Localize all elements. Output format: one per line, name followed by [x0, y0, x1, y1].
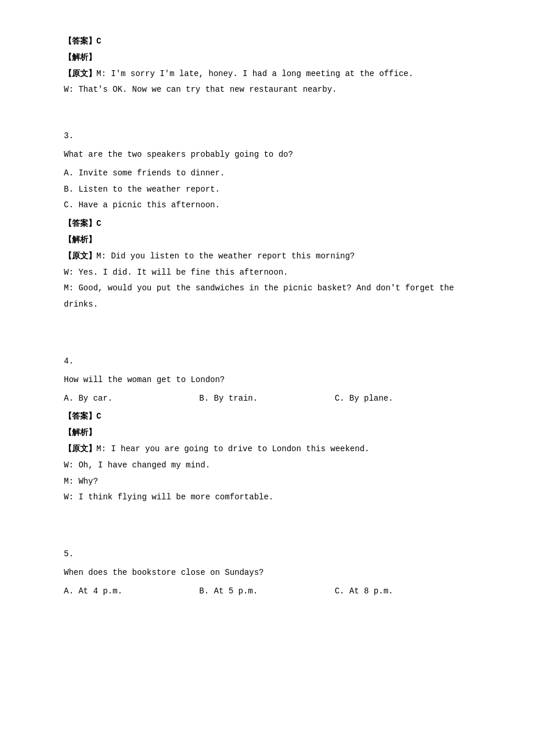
- dialogue-line-3-4: drinks.: [64, 298, 470, 312]
- dialogue-line-3-1: 【原文】M: Did you listen to the weather rep…: [64, 250, 470, 264]
- question-section-5: 5. When does the bookstore close on Sund…: [64, 548, 470, 598]
- options-inline-4: A. By car. B. By train. C. By plane.: [64, 392, 470, 406]
- dialogue-line-4-2: W: Oh, I have changed my mind.: [64, 459, 470, 473]
- question-text-4: How will the woman get to London?: [64, 373, 470, 387]
- option-3-a: A. Invite some friends to dinner.: [64, 167, 470, 181]
- analysis-label-4: 【解析】: [64, 426, 470, 440]
- option-5-c: C. At 8 p.m.: [335, 585, 470, 599]
- question-section-4: 4. How will the woman get to London? A. …: [64, 355, 470, 505]
- options-inline-5: A. At 4 p.m. B. At 5 p.m. C. At 8 p.m.: [64, 585, 470, 599]
- question-text-5: When does the bookstore close on Sundays…: [64, 566, 470, 580]
- answer-label-3: 【答案】C: [64, 217, 470, 231]
- option-4-c: C. By plane.: [335, 392, 470, 406]
- question-number-3: 3.: [64, 129, 470, 143]
- question-number-5: 5.: [64, 548, 470, 561]
- answer-label-2: 【答案】C: [64, 35, 470, 49]
- analysis-label-3: 【解析】: [64, 233, 470, 247]
- analysis-label-2: 【解析】: [64, 51, 470, 65]
- dialogue-line-3-3: M: Good, would you put the sandwiches in…: [64, 282, 470, 296]
- question-text-3: What are the two speakers probably going…: [64, 148, 470, 162]
- option-3-b: B. Listen to the weather report.: [64, 183, 470, 197]
- option-3-c: C. Have a picnic this afternoon.: [64, 199, 470, 213]
- dialogue-line-3-2: W: Yes. I did. It will be fine this afte…: [64, 266, 470, 280]
- dialogue-line-4-4: W: I think flying will be more comfortab…: [64, 491, 470, 505]
- option-4-b: B. By train.: [199, 392, 334, 406]
- dialogue-line-2-1: 【原文】M: I'm sorry I'm late, honey. I had …: [64, 67, 470, 81]
- question-section-3: 3. What are the two speakers probably go…: [64, 129, 470, 312]
- option-5-b: B. At 5 p.m.: [199, 585, 334, 599]
- dialogue-line-4-3: M: Why?: [64, 475, 470, 489]
- answer-label-4: 【答案】C: [64, 410, 470, 424]
- question-number-4: 4.: [64, 355, 470, 369]
- option-4-a: A. By car.: [64, 392, 199, 406]
- option-5-a: A. At 4 p.m.: [64, 585, 199, 599]
- dialogue-line-4-1: 【原文】M: I hear you are going to drive to …: [64, 442, 470, 456]
- answer-section-2: 【答案】C 【解析】 【原文】M: I'm sorry I'm late, ho…: [64, 35, 470, 97]
- dialogue-line-2-2: W: That's OK. Now we can try that new re…: [64, 83, 470, 97]
